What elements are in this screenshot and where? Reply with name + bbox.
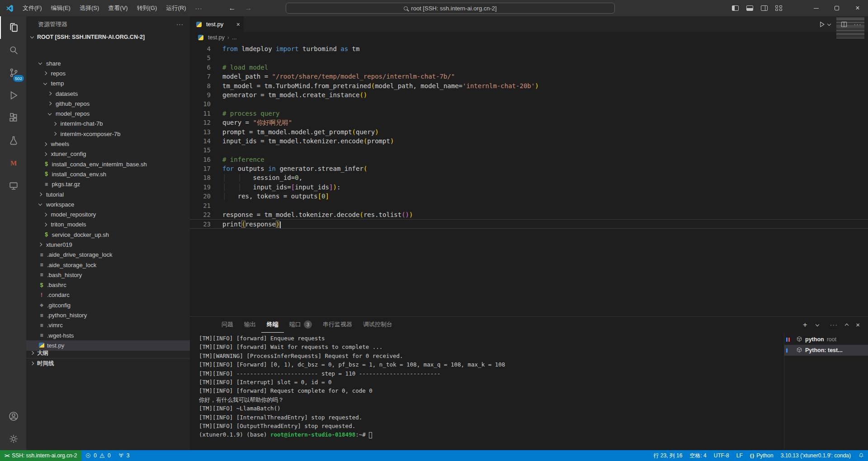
code-line-18[interactable]: 18│ │ session_id=0, (190, 173, 868, 182)
terminal-profile-dropdown-icon[interactable] (815, 322, 819, 326)
toggle-sidebar-icon[interactable] (732, 5, 739, 11)
close-window-button[interactable]: × (847, 0, 868, 16)
tree-item-.condarc[interactable]: !.condarc (26, 290, 190, 300)
tree-item-.bash_history[interactable]: ≡.bash_history (26, 270, 190, 280)
tree-item-.bashrc[interactable]: $.bashrc (26, 280, 190, 290)
tree-item-.wget-hsts[interactable]: ≡.wget-hsts (26, 330, 190, 340)
tree-item-triton_models[interactable]: triton_models (26, 220, 190, 230)
settings-button[interactable] (0, 428, 26, 450)
tree-item-internlm-chat-7b[interactable]: internlm-chat-7b (26, 119, 190, 129)
panel-tab-终端[interactable]: 终端 (261, 317, 284, 333)
tree-item-datasets[interactable]: datasets (26, 89, 190, 99)
code-line-11[interactable]: 11# process query (190, 109, 868, 118)
explorer-more-actions-button[interactable]: ··· (176, 21, 184, 28)
code-line-22[interactable]: 22response = tm_model.tokenizer.decode(r… (190, 210, 868, 219)
code-line-13[interactable]: 13prompt = tm_model.model.get_prompt(que… (190, 127, 868, 136)
activity-explorer-button[interactable] (0, 16, 26, 39)
code-line-12[interactable]: 12query = "你好啊兄嘚" (190, 118, 868, 127)
tree-item-share[interactable]: share (26, 58, 190, 68)
tree-item-install_conda_env.sh[interactable]: $install_conda_env.sh (26, 169, 190, 179)
customize-layout-icon[interactable] (775, 5, 782, 11)
panel-tab-问题[interactable]: 问题 (216, 317, 239, 333)
activity-source-control-button[interactable]: 502 (0, 61, 26, 84)
terminal-output[interactable]: [TM][INFO] [forward] Enqueue requests[TM… (199, 334, 778, 450)
menu-item[interactable]: 查看(V) (104, 0, 132, 16)
activity-testing-button[interactable] (0, 129, 26, 152)
tab-test-py[interactable]: test.py × (190, 16, 244, 32)
code-area[interactable]: 4from lmdeploy import turbomind as tm56#… (190, 44, 868, 316)
close-tab-icon[interactable]: × (236, 21, 240, 28)
command-center-search[interactable]: root [SSH: ssh.intern-ai.org.cn-2] (286, 3, 615, 14)
timeline-section-header[interactable]: 时间线 (26, 358, 190, 368)
maximize-panel-icon[interactable] (845, 323, 849, 327)
notifications-bell[interactable] (854, 450, 868, 461)
code-line-10[interactable]: 10 (190, 99, 868, 108)
menubar-more-button[interactable]: ··· (190, 5, 207, 12)
terminal-instance-python[interactable]: pythonroot (784, 334, 868, 345)
activity-extensions-button[interactable] (0, 107, 26, 129)
toggle-panel-icon[interactable] (746, 5, 753, 11)
code-line-20[interactable]: 20│ res, tokens = outputs[0] (190, 192, 868, 201)
code-line-14[interactable]: 14input_ids = tm_model.tokenizer.encode(… (190, 136, 868, 146)
panel-tab-调试控制台[interactable]: 调试控制台 (358, 317, 398, 333)
code-line-16[interactable]: 16# inference (190, 155, 868, 164)
code-line-9[interactable]: 9generator = tm_model.create_instance() (190, 90, 868, 99)
tree-item-pkgs.tar.gz[interactable]: ≡pkgs.tar.gz (26, 179, 190, 189)
tree-item-model_repos[interactable]: model_repos (26, 108, 190, 118)
tree-item-repos[interactable]: repos (26, 68, 190, 78)
tree-item-internlm-xcomposer-7b[interactable]: internlm-xcomposer-7b (26, 129, 190, 139)
breadcrumb-item-symbol[interactable]: ... (232, 34, 236, 41)
terminal-instance-Python: test...[interactable]: Python: test... (784, 345, 868, 356)
minimap[interactable] (836, 18, 864, 38)
tree-item-github_repos[interactable]: github_repos (26, 99, 190, 108)
activity-search-button[interactable] (0, 39, 26, 61)
tree-item-tutorial[interactable]: tutorial (26, 189, 190, 199)
tree-item-install_conda_env_internlm_base.sh[interactable]: $install_conda_env_internlm_base.sh (26, 159, 190, 169)
tree-item-temp[interactable]: temp (26, 79, 190, 89)
tree-item-wheels[interactable]: wheels (26, 139, 190, 149)
tree-item-.aide_storage_lock[interactable]: ≡.aide_storage_lock (26, 260, 190, 270)
breadcrumb-item-file[interactable]: test.py (208, 34, 225, 41)
code-line-6[interactable]: 6# load model (190, 63, 868, 72)
activity-run-debug-button[interactable] (0, 84, 26, 107)
tree-item-.vimrc[interactable]: ≡.vimrc (26, 320, 190, 330)
outline-section-header[interactable]: 大纲 (26, 348, 190, 358)
back-arrow-icon[interactable]: ← (228, 4, 236, 12)
code-line-23[interactable]: 23print(response) (190, 219, 868, 228)
python-interpreter-indicator[interactable]: 3.10.13 ('xtuner0.1.9': conda) (777, 450, 854, 461)
encoding-indicator[interactable]: UTF-8 (710, 450, 733, 461)
tree-item-xtuner_config[interactable]: xtuner_config (26, 149, 190, 159)
eol-indicator[interactable]: LF (733, 450, 746, 461)
menu-item[interactable]: 选择(S) (75, 0, 104, 16)
menu-item[interactable]: 编辑(E) (47, 0, 75, 16)
code-line-5[interactable]: 5 (190, 53, 868, 62)
tree-item-xtuner019[interactable]: xtuner019 (26, 240, 190, 249)
problems-indicator[interactable]: 0 0 (81, 450, 114, 461)
code-line-21[interactable]: 21 (190, 201, 868, 210)
tree-item-model_repository[interactable]: model_repository (26, 209, 190, 219)
tree-item-workspace[interactable]: workspace (26, 199, 190, 209)
panel-tab-输出[interactable]: 输出 (239, 317, 261, 333)
menu-item[interactable]: 运行(R) (161, 0, 190, 16)
activity-remote-explorer-button[interactable] (0, 174, 26, 197)
tree-item-.aide_drive_storage_lock[interactable]: ≡.aide_drive_storage_lock (26, 250, 190, 260)
code-line-19[interactable]: 19│ │ input_ids=[input_ids]): (190, 183, 868, 192)
language-indicator[interactable]: { } Python (746, 450, 777, 461)
toggle-secondary-sidebar-icon[interactable] (761, 5, 768, 11)
panel-more-actions-button[interactable]: ··· (830, 321, 838, 328)
tree-item-service_docker_up.sh[interactable]: $service_docker_up.sh (26, 230, 190, 240)
tree-item-.gitconfig[interactable]: ◆.gitconfig (26, 300, 190, 310)
minimize-button[interactable] (806, 0, 826, 16)
panel-tab-端口[interactable]: 端口3 (284, 317, 317, 333)
workspace-section-header[interactable]: ROOT [SSH: SSH.INTERN-AI.ORG.CN-2] (26, 32, 190, 42)
code-line-15[interactable]: 15 (190, 146, 868, 155)
forward-arrow-icon[interactable]: → (245, 4, 252, 12)
new-terminal-button[interactable]: + (803, 322, 807, 328)
panel-tab-串行监视器[interactable]: 串行监视器 (317, 317, 358, 333)
run-python-file-button[interactable] (818, 21, 834, 28)
menu-item[interactable]: 转到(G) (132, 0, 162, 16)
cursor-position[interactable]: 行 23, 列 16 (650, 450, 686, 461)
code-line-4[interactable]: 4from lmdeploy import turbomind as tm (190, 44, 868, 53)
indentation-indicator[interactable]: 空格: 4 (686, 450, 710, 461)
code-line-8[interactable]: 8tm_model = tm.TurboMind.from_pretrained… (190, 81, 868, 90)
